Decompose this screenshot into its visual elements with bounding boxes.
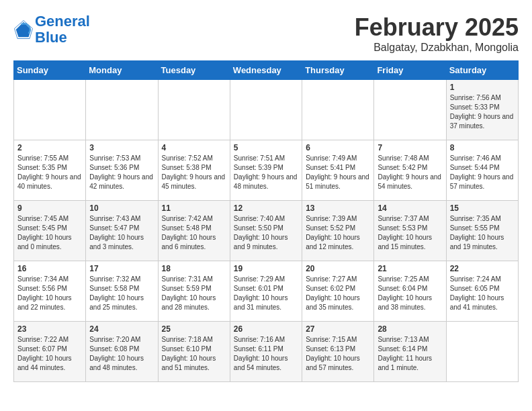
day-info: Sunrise: 7:40 AMSunset: 5:50 PMDaylight:…	[234, 214, 298, 252]
calendar-cell: 14Sunrise: 7:37 AMSunset: 5:53 PMDayligh…	[374, 201, 446, 261]
day-info: Sunrise: 7:49 AMSunset: 5:41 PMDaylight:…	[306, 154, 370, 191]
calendar-cell: 26Sunrise: 7:16 AMSunset: 6:11 PMDayligh…	[230, 322, 302, 382]
day-info: Sunrise: 7:15 AMSunset: 6:13 PMDaylight:…	[306, 335, 370, 373]
calendar-cell: 2Sunrise: 7:55 AMSunset: 5:35 PMDaylight…	[14, 140, 86, 201]
month-title: February 2025	[355, 13, 519, 42]
calendar-cell: 10Sunrise: 7:43 AMSunset: 5:47 PMDayligh…	[86, 201, 158, 261]
day-info: Sunrise: 7:55 AMSunset: 5:35 PMDaylight:…	[17, 154, 82, 191]
day-info: Sunrise: 7:39 AMSunset: 5:52 PMDaylight:…	[306, 214, 370, 252]
day-number: 12	[234, 203, 298, 213]
calendar-cell: 20Sunrise: 7:27 AMSunset: 6:02 PMDayligh…	[302, 261, 374, 322]
day-number: 28	[378, 324, 442, 334]
day-info: Sunrise: 7:43 AMSunset: 5:47 PMDaylight:…	[89, 214, 154, 252]
day-number: 1	[450, 83, 515, 92]
day-number: 10	[89, 203, 154, 213]
calendar-cell	[86, 80, 158, 140]
weekday-header-row: SundayMondayTuesdayWednesdayThursdayFrid…	[14, 61, 519, 80]
calendar-cell: 4Sunrise: 7:52 AMSunset: 5:38 PMDaylight…	[158, 140, 230, 201]
day-number: 3	[89, 143, 154, 152]
calendar-cell	[302, 80, 374, 140]
day-info: Sunrise: 7:13 AMSunset: 6:14 PMDaylight:…	[378, 335, 442, 373]
day-number: 11	[162, 203, 226, 213]
day-info: Sunrise: 7:48 AMSunset: 5:42 PMDaylight:…	[378, 154, 442, 191]
calendar-cell	[446, 322, 518, 382]
day-info: Sunrise: 7:35 AMSunset: 5:55 PMDaylight:…	[450, 214, 515, 252]
calendar-cell: 23Sunrise: 7:22 AMSunset: 6:07 PMDayligh…	[14, 322, 86, 382]
calendar-cell: 12Sunrise: 7:40 AMSunset: 5:50 PMDayligh…	[230, 201, 302, 261]
day-number: 22	[450, 264, 515, 273]
day-number: 20	[306, 264, 370, 273]
logo-text: General Blue	[35, 13, 90, 46]
day-info: Sunrise: 7:24 AMSunset: 6:05 PMDaylight:…	[450, 275, 515, 312]
day-number: 15	[450, 203, 515, 213]
calendar-cell	[158, 80, 230, 140]
day-number: 25	[162, 324, 226, 334]
weekday-header-friday: Friday	[374, 61, 446, 80]
day-number: 17	[89, 264, 154, 273]
day-number: 16	[17, 264, 82, 273]
calendar-cell: 8Sunrise: 7:46 AMSunset: 5:44 PMDaylight…	[446, 140, 518, 201]
calendar-cell: 1Sunrise: 7:56 AMSunset: 5:33 PMDaylight…	[446, 80, 518, 140]
calendar-cell: 6Sunrise: 7:49 AMSunset: 5:41 PMDaylight…	[302, 140, 374, 201]
day-number: 18	[162, 264, 226, 273]
weekday-header-thursday: Thursday	[302, 61, 374, 80]
day-number: 14	[378, 203, 442, 213]
calendar-cell: 9Sunrise: 7:45 AMSunset: 5:45 PMDaylight…	[14, 201, 86, 261]
calendar-cell: 27Sunrise: 7:15 AMSunset: 6:13 PMDayligh…	[302, 322, 374, 382]
logo-icon	[13, 19, 34, 40]
day-info: Sunrise: 7:27 AMSunset: 6:02 PMDaylight:…	[306, 275, 370, 312]
weekday-header-tuesday: Tuesday	[158, 61, 230, 80]
calendar-cell	[14, 80, 86, 140]
weekday-header-saturday: Saturday	[446, 61, 518, 80]
calendar-cell: 28Sunrise: 7:13 AMSunset: 6:14 PMDayligh…	[374, 322, 446, 382]
day-number: 21	[378, 264, 442, 273]
day-number: 23	[17, 324, 82, 334]
calendar-cell	[374, 80, 446, 140]
day-info: Sunrise: 7:53 AMSunset: 5:36 PMDaylight:…	[89, 154, 154, 191]
weekday-header-sunday: Sunday	[14, 61, 86, 80]
day-info: Sunrise: 7:18 AMSunset: 6:10 PMDaylight:…	[162, 335, 226, 373]
day-number: 9	[17, 203, 82, 213]
day-info: Sunrise: 7:51 AMSunset: 5:39 PMDaylight:…	[234, 154, 298, 191]
logo-general: General	[35, 13, 90, 30]
calendar-cell: 13Sunrise: 7:39 AMSunset: 5:52 PMDayligh…	[302, 201, 374, 261]
week-row-3: 9Sunrise: 7:45 AMSunset: 5:45 PMDaylight…	[14, 201, 519, 261]
week-row-4: 16Sunrise: 7:34 AMSunset: 5:56 PMDayligh…	[14, 261, 519, 322]
day-info: Sunrise: 7:37 AMSunset: 5:53 PMDaylight:…	[378, 214, 442, 252]
day-info: Sunrise: 7:29 AMSunset: 6:01 PMDaylight:…	[234, 275, 298, 312]
logo: General Blue	[13, 13, 90, 46]
day-number: 13	[306, 203, 370, 213]
day-info: Sunrise: 7:16 AMSunset: 6:11 PMDaylight:…	[234, 335, 298, 373]
day-number: 4	[162, 143, 226, 152]
calendar-cell: 11Sunrise: 7:42 AMSunset: 5:48 PMDayligh…	[158, 201, 230, 261]
day-info: Sunrise: 7:25 AMSunset: 6:04 PMDaylight:…	[378, 275, 442, 312]
calendar-cell: 24Sunrise: 7:20 AMSunset: 6:08 PMDayligh…	[86, 322, 158, 382]
title-block: February 2025 Balgatay, Dzabkhan, Mongol…	[355, 13, 519, 54]
calendar-cell: 25Sunrise: 7:18 AMSunset: 6:10 PMDayligh…	[158, 322, 230, 382]
day-info: Sunrise: 7:52 AMSunset: 5:38 PMDaylight:…	[162, 154, 226, 191]
day-number: 7	[378, 143, 442, 152]
calendar-cell: 16Sunrise: 7:34 AMSunset: 5:56 PMDayligh…	[14, 261, 86, 322]
day-info: Sunrise: 7:42 AMSunset: 5:48 PMDaylight:…	[162, 214, 226, 252]
calendar-cell: 5Sunrise: 7:51 AMSunset: 5:39 PMDaylight…	[230, 140, 302, 201]
day-number: 27	[306, 324, 370, 334]
day-number: 5	[234, 143, 298, 152]
page-header: General Blue February 2025 Balgatay, Dza…	[13, 13, 519, 54]
day-number: 24	[89, 324, 154, 334]
logo-blue: Blue	[35, 29, 67, 46]
calendar-cell: 18Sunrise: 7:31 AMSunset: 5:59 PMDayligh…	[158, 261, 230, 322]
day-number: 6	[306, 143, 370, 152]
week-row-5: 23Sunrise: 7:22 AMSunset: 6:07 PMDayligh…	[14, 322, 519, 382]
calendar-cell: 7Sunrise: 7:48 AMSunset: 5:42 PMDaylight…	[374, 140, 446, 201]
day-info: Sunrise: 7:56 AMSunset: 5:33 PMDaylight:…	[450, 93, 515, 131]
week-row-1: 1Sunrise: 7:56 AMSunset: 5:33 PMDaylight…	[14, 80, 519, 140]
day-info: Sunrise: 7:34 AMSunset: 5:56 PMDaylight:…	[17, 275, 82, 312]
day-number: 2	[17, 143, 82, 152]
week-row-2: 2Sunrise: 7:55 AMSunset: 5:35 PMDaylight…	[14, 140, 519, 201]
day-info: Sunrise: 7:32 AMSunset: 5:58 PMDaylight:…	[89, 275, 154, 312]
day-number: 26	[234, 324, 298, 334]
location-subtitle: Balgatay, Dzabkhan, Mongolia	[355, 42, 519, 54]
calendar-cell: 22Sunrise: 7:24 AMSunset: 6:05 PMDayligh…	[446, 261, 518, 322]
calendar-cell: 15Sunrise: 7:35 AMSunset: 5:55 PMDayligh…	[446, 201, 518, 261]
calendar-cell: 3Sunrise: 7:53 AMSunset: 5:36 PMDaylight…	[86, 140, 158, 201]
